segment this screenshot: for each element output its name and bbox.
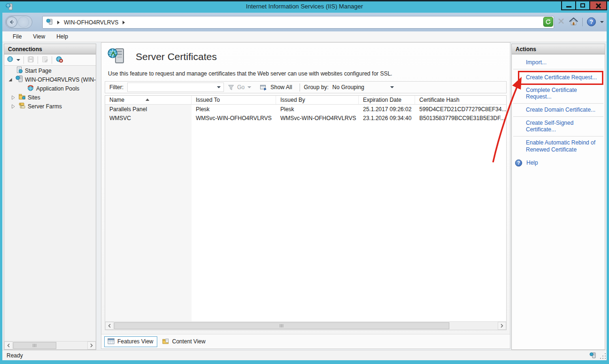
filter-input[interactable] [127,83,224,92]
toolbar-separator [52,56,52,64]
toolbar-separator [38,56,38,64]
tree-item-start-page[interactable]: Start Page [4,66,96,75]
connections-panel: Connections [4,44,96,350]
expander-expanded-icon[interactable] [8,77,14,83]
workspace: Connections [2,42,607,350]
feature-description: Use this feature to request and manage c… [108,70,392,77]
create-connection-caret-icon[interactable] [16,59,20,61]
content-view-icon [162,338,169,344]
actions-header: Actions [512,44,605,54]
tree-item-label: WIN-OFHO4RVLRVS (WIN-OF [25,76,96,83]
resize-grip[interactable] [600,353,606,359]
remove-connection-button[interactable] [55,55,63,64]
scroll-left-button[interactable] [4,341,13,349]
table-row[interactable]: WMSVC WMSvc-WIN-OFHO4RVLRVS WMSvc-WIN-OF… [105,114,506,122]
tab-label: Features View [117,338,153,345]
column-header-issued-by[interactable]: Issued By [276,96,359,104]
table-row[interactable]: Parallels Panel Plesk Plesk 25.1.2017 09… [105,105,506,114]
cell-issued-by: WMSvc-WIN-OFHO4RVLRVS [276,114,359,122]
stop-button[interactable] [557,17,565,26]
server-node-icon [15,75,23,84]
chevron-left-icon [7,343,10,348]
breadcrumb-arrow-icon[interactable] [123,21,125,24]
tab-content-view[interactable]: Content View [159,337,209,347]
show-all-label: Show All [270,84,292,91]
close-icon [595,3,601,8]
action-import[interactable]: Import... [512,58,605,68]
expander-collapsed-icon[interactable] [11,104,16,109]
tree-item-server[interactable]: WIN-OFHO4RVLRVS (WIN-OF [4,75,96,84]
action-help[interactable]: ? Help [515,159,605,167]
refresh-icon [545,19,551,25]
go-funnel-icon [228,84,234,91]
save-icon [27,56,34,63]
actions-separator [513,116,603,117]
window-top-edge [0,0,609,1]
scrollbar-thumb[interactable] [13,342,56,349]
maximize-button[interactable] [575,0,590,10]
show-all-button[interactable]: Show All [256,83,296,91]
column-header-name[interactable]: Name [105,96,192,104]
window-title: Internet Information Services (IIS) Mana… [0,3,609,10]
address-breadcrumb-box[interactable]: WIN-OFHO4RVLRVS [42,16,554,29]
list-horizontal-scrollbar[interactable] [105,321,506,330]
server-certificates-icon [108,47,125,66]
actions-panel: Actions Import... Create Certificate Req… [511,44,605,350]
action-create-certificate-request[interactable]: Create Certificate Request... [519,73,602,83]
action-create-domain-certificate[interactable]: Create Domain Certificate... [512,105,605,115]
connections-header: Connections [4,44,96,54]
actions-separator [513,69,603,69]
menu-view[interactable]: View [27,32,51,42]
scroll-right-button[interactable] [87,341,96,349]
menu-help[interactable]: Help [51,32,74,42]
help-icon: ? [590,19,593,25]
column-header-issued-to[interactable]: Issued To [192,96,276,104]
connections-horizontal-scrollbar[interactable] [4,341,96,349]
scrollbar-thumb[interactable] [114,322,449,329]
help-dropdown-caret-icon[interactable] [600,21,604,23]
save-connections-button[interactable] [27,56,34,64]
go-dropdown-caret-icon[interactable] [247,86,251,88]
tree-item-sites[interactable]: Sites [4,93,96,102]
thumb-grip [33,344,37,347]
action-enable-automatic-rebind[interactable]: Enable Automatic Rebind of Renewed Certi… [512,138,605,155]
breadcrumb-item-server[interactable]: WIN-OFHO4RVLRVS [64,19,118,26]
status-text: Ready [7,352,23,359]
tab-features-view[interactable]: Features View [104,336,157,347]
chevron-right-icon [501,324,503,328]
navigation-buttons [5,15,32,29]
create-connection-button[interactable] [7,55,15,64]
action-complete-certificate-request[interactable]: Complete Certificate Request... [512,85,605,102]
page-title: Server Certificates [136,51,217,62]
column-header-expiration-date[interactable]: Expiration Date [359,96,415,104]
breadcrumb-arrow-icon[interactable] [57,21,60,24]
scroll-right-button[interactable] [498,322,506,330]
tree-item-server-farms[interactable]: Server Farms [4,102,96,111]
back-button[interactable] [6,16,17,28]
delete-connection-icon [55,55,63,63]
scroll-left-button[interactable] [105,322,114,330]
action-create-self-signed-certificate[interactable]: Create Self-Signed Certificate... [512,118,605,135]
expander-slot [8,68,14,74]
tree-item-application-pools[interactable]: Application Pools [4,84,96,93]
column-header-certificate-hash[interactable]: Certificate Hash [415,96,506,104]
group-by-dropdown[interactable]: No Grouping [329,83,398,91]
server-node-icon [46,18,53,27]
thumb-grip [280,324,284,327]
expander-collapsed-icon[interactable] [11,95,16,100]
connections-tree: Start Page WIN-OFHO4RVLRVS (WIN-OF [4,66,96,341]
home-button[interactable] [569,17,578,27]
cell-name: Parallels Panel [105,105,192,114]
home-icon [569,17,578,25]
menu-file[interactable]: File [7,32,27,42]
sort-ascending-icon [146,99,149,101]
minimize-button[interactable] [561,0,576,10]
rename-connection-button[interactable] [41,56,48,64]
feature-panel: Server Certificates Use this feature to … [101,42,510,349]
tree-item-label: Start Page [25,68,52,74]
close-button[interactable] [589,0,607,10]
forward-button[interactable] [18,16,29,28]
go-button[interactable]: Go [237,84,245,91]
help-button[interactable]: ? [587,17,596,26]
refresh-button[interactable] [543,17,553,27]
